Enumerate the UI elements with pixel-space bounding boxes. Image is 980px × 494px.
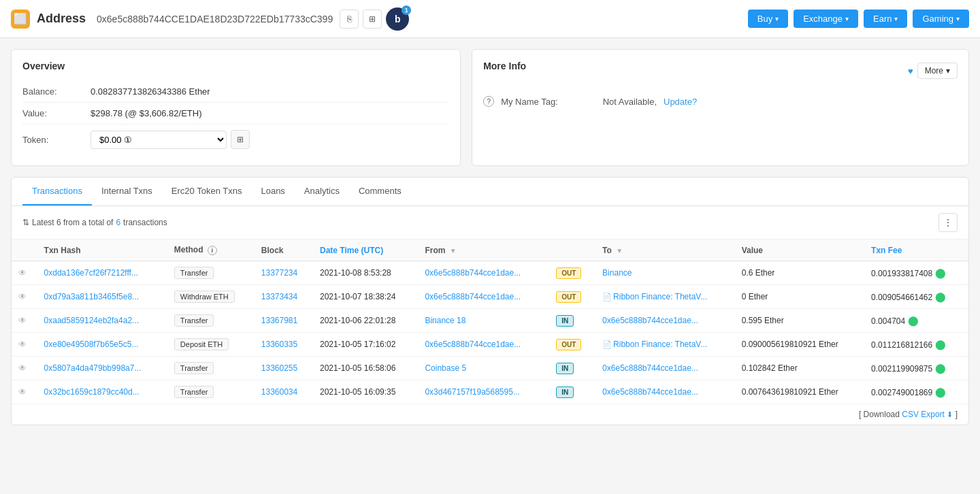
txn-hash-link[interactable]: 0xd79a3a811b3465f5e8... (44, 292, 139, 301)
cell-eye: 👁 (12, 309, 37, 333)
badge-button[interactable]: b 1 (386, 7, 409, 31)
from-address-link[interactable]: 0x6e5c888b744cce1dae... (425, 268, 521, 278)
cell-to: 0x6e5c888b744cce1dae... (595, 357, 735, 380)
eye-icon[interactable]: 👁 (18, 268, 27, 278)
cell-eye: 👁 (12, 380, 37, 404)
txn-hash-link[interactable]: 0xdda136e7cf26f7212fff... (44, 268, 138, 278)
tab-comments[interactable]: Comments (349, 178, 411, 205)
value-row: Value: $298.78 (@ $3,606.82/ETH) (22, 103, 449, 125)
eye-icon[interactable]: 👁 (18, 340, 27, 349)
csv-link-text: CSV Export (902, 410, 945, 419)
question-icon: ? (483, 96, 494, 107)
from-name-link[interactable]: Coinbase 5 (425, 363, 466, 373)
tab-analytics[interactable]: Analytics (295, 178, 349, 205)
to-address-link[interactable]: 0x6e5c888b744cce1dae... (602, 387, 698, 397)
cell-datetime: 2021-10-05 16:09:35 (313, 380, 418, 404)
cell-eye: 👁 (12, 285, 37, 309)
eye-icon[interactable]: 👁 (18, 363, 27, 373)
cell-hash: 0xaad5859124eb2fa4a2... (37, 309, 167, 333)
block-link[interactable]: 13377234 (261, 268, 297, 278)
eye-icon[interactable]: 👁 (18, 316, 27, 325)
to-filter-icon[interactable]: ▼ (616, 247, 623, 254)
token-select-wrapper: $0.00 ① ⊞ (91, 130, 250, 149)
gas-icon: ⬤ (908, 315, 919, 326)
eye-icon[interactable]: 👁 (18, 387, 27, 397)
to-address-link[interactable]: 0x6e5c888b744cce1dae... (602, 316, 698, 325)
txn-hash-link[interactable]: 0xaad5859124eb2fa4a2... (44, 316, 139, 325)
block-link[interactable]: 13360034 (261, 387, 297, 397)
from-name-link[interactable]: Binance 18 (425, 316, 466, 325)
transactions-section: Transactions Internal Txns Erc20 Token T… (11, 177, 969, 425)
tab-erc20-txns[interactable]: Erc20 Token Txns (162, 178, 252, 205)
cell-fee: 0.002749001869⬤ (864, 380, 968, 404)
txn-count-link[interactable]: 6 (116, 218, 120, 227)
to-address-link[interactable]: 0x6e5c888b744cce1dae... (602, 363, 698, 373)
buy-button[interactable]: Buy ▾ (748, 10, 788, 28)
from-address-link[interactable]: 0x6e5c888b744cce1dae... (425, 292, 521, 301)
nav-icons: ⎘ ⊞ b 1 (340, 7, 409, 31)
cell-direction: OUT (546, 333, 595, 357)
transactions-table: Txn Hash Method i Block Date Time (UTC) … (12, 240, 968, 404)
cell-value: 0.007643619810921 Ether (735, 380, 864, 404)
block-link[interactable]: 13360255 (261, 363, 297, 373)
csv-export-link[interactable]: CSV Export ⬇ (902, 410, 955, 419)
from-address-link[interactable]: 0x3d467157f19a568595... (425, 387, 519, 397)
cell-from: 0x6e5c888b744cce1dae... (418, 333, 546, 357)
gaming-button[interactable]: Gaming ▾ (913, 10, 969, 28)
txn-hash-link[interactable]: 0xe80e49508f7b65e5c5... (44, 340, 139, 349)
gas-icon: ⬤ (935, 363, 946, 374)
cell-direction: IN (546, 357, 595, 380)
to-name-link[interactable]: Ribbon Finance: ThetaV... (613, 292, 707, 301)
txn-tbody: 👁 0xdda136e7cf26f7212fff... Transfer 133… (12, 261, 968, 404)
txn-hash-link[interactable]: 0x32bc1659c1879cc40d... (44, 387, 140, 397)
balance-value: 0.082837713826343386 Ether (91, 86, 210, 97)
token-label: Token: (22, 135, 91, 145)
to-name-link[interactable]: Ribbon Finance: ThetaV... (613, 340, 707, 349)
method-info-icon[interactable]: i (208, 246, 217, 255)
block-link[interactable]: 13360335 (261, 340, 297, 349)
cell-datetime: 2021-10-05 17:16:02 (313, 333, 418, 357)
txn-hash-link[interactable]: 0x5807a4da479bb998a7... (44, 363, 142, 373)
cell-fee: 0.004704⬤ (864, 309, 968, 333)
cell-value: 0.102842 Ether (735, 357, 864, 380)
token-select[interactable]: $0.00 ① (91, 131, 227, 149)
cell-eye: 👁 (12, 357, 37, 380)
more-options-button[interactable]: ⋮ (938, 213, 958, 232)
copy-button[interactable]: ⎘ (340, 10, 359, 29)
nav-right: Buy ▾ Exchange ▾ Earn ▾ Gaming ▾ (748, 10, 969, 28)
col-from: From ▼ (418, 240, 546, 261)
name-tag-value: Not Available, (603, 97, 657, 107)
more-info-header: More Info ♥ More ▾ (483, 61, 958, 81)
block-link[interactable]: 13367981 (261, 316, 297, 325)
from-address-link[interactable]: 0x6e5c888b744cce1dae... (425, 340, 521, 349)
earn-button[interactable]: Earn ▾ (864, 10, 907, 28)
exchange-button[interactable]: Exchange ▾ (794, 10, 858, 28)
col-block: Block (255, 240, 313, 261)
name-tag-label: My Name Tag: (501, 97, 558, 107)
token-row: Token: $0.00 ① ⊞ (22, 125, 449, 154)
tab-internal-txns[interactable]: Internal Txns (92, 178, 162, 205)
method-badge: Transfer (174, 362, 214, 374)
tab-loans[interactable]: Loans (251, 178, 294, 205)
cell-method: Withdraw ETH (167, 285, 255, 309)
token-grid-icon[interactable]: ⊞ (231, 130, 250, 149)
grid-button[interactable]: ⊞ (363, 10, 382, 29)
txn-header: ⇅ Latest 6 from a total of 6 transaction… (12, 206, 968, 240)
cell-method: Transfer (167, 357, 255, 380)
from-filter-icon[interactable]: ▼ (450, 247, 457, 254)
cell-to: 0x6e5c888b744cce1dae... (595, 309, 735, 333)
csv-suffix: ] (956, 410, 958, 419)
cell-datetime: 2021-10-07 18:38:24 (313, 285, 418, 309)
cell-direction: OUT (546, 261, 595, 285)
update-link[interactable]: Update? (664, 97, 697, 107)
more-button[interactable]: More ▾ (917, 63, 958, 79)
eye-icon[interactable]: 👁 (18, 292, 27, 301)
cell-eye: 👁 (12, 261, 37, 285)
cell-datetime: 2021-10-06 22:01:28 (313, 309, 418, 333)
main-content: Overview Balance: 0.082837713826343386 E… (0, 38, 980, 436)
page-title: Address (37, 12, 86, 26)
tab-transactions[interactable]: Transactions (22, 178, 92, 205)
block-link[interactable]: 13373434 (261, 292, 297, 301)
buy-chevron-icon: ▾ (775, 15, 779, 22)
to-name-link[interactable]: Binance (602, 268, 632, 278)
